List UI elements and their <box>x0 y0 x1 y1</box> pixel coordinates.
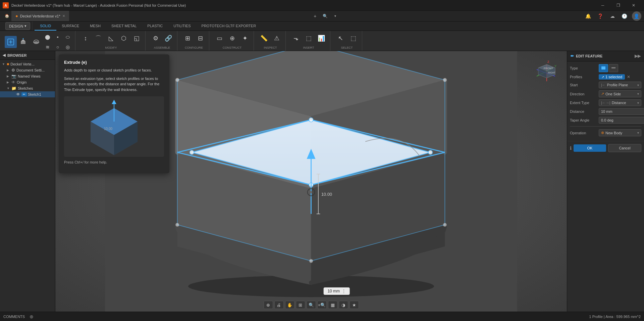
hole-button[interactable]: ⬤ <box>43 32 52 42</box>
direction-dropdown[interactable]: ↗ One Side ▾ <box>599 90 641 97</box>
tree-item-named-views[interactable]: ▶ 📷 Named Views <box>0 73 55 79</box>
tab-utilities[interactable]: UTILITIES <box>168 21 196 31</box>
orbit-button[interactable]: ⊕ <box>264 301 273 309</box>
cancel-button[interactable]: Cancel <box>608 144 641 152</box>
add-comment-button[interactable]: ⊕ <box>30 314 34 319</box>
new-tab-button[interactable]: + <box>310 11 320 21</box>
profiles-clear-button[interactable]: ✕ <box>627 75 630 79</box>
box-button[interactable]: ▪ <box>53 32 62 42</box>
modify-group: ↕ ⌒ ◺ ⬡ ◱ MODIFY <box>77 31 146 51</box>
distance-input[interactable] <box>599 108 644 115</box>
extent-type-dropdown-icon: ▾ <box>637 101 639 105</box>
tree-item-sketches[interactable]: ▼ 📁 Sketches <box>0 85 55 91</box>
profiles-value: 1 selected <box>605 75 622 79</box>
start-dropdown[interactable]: |← Profile Plane ▾ <box>599 82 641 88</box>
insert-mesh-button[interactable]: ⬚ <box>303 32 315 44</box>
display-mode-button[interactable]: ▦ <box>328 301 337 309</box>
activity-button[interactable]: 🕐 <box>620 11 629 21</box>
panel-collapse-button[interactable]: ▶▶ <box>635 54 641 58</box>
distance-more-icon[interactable]: ⋮ <box>342 289 346 293</box>
minimize-button[interactable]: ─ <box>595 0 610 11</box>
profiles-badge: ↗ 1 selected <box>599 74 625 80</box>
tree-item-doc-settings[interactable]: ▶ ⚙ Document Setti... <box>0 67 55 73</box>
view-cube[interactable]: Z Y FRONT RIGHT <box>533 58 560 85</box>
svg-rect-61 <box>601 67 605 70</box>
configure-model-button[interactable]: ⊞ <box>181 32 194 44</box>
thin-type-button[interactable] <box>609 64 618 72</box>
ok-button[interactable]: OK <box>574 144 606 152</box>
browser-collapse-icon[interactable]: ◀ <box>3 53 5 57</box>
info-icon[interactable]: ℹ <box>570 145 572 151</box>
start-value: Profile Plane <box>607 83 628 87</box>
new-component-button[interactable] <box>5 36 17 48</box>
tab-surface[interactable]: SURFACE <box>56 21 85 31</box>
tree-item-sketch1[interactable]: 👁 ✏ Sketch1 <box>0 91 55 97</box>
zoom-in-button[interactable]: +🔍 <box>317 301 327 309</box>
operation-dropdown[interactable]: ⊕ New Body ▾ <box>599 129 641 136</box>
interference-button[interactable]: ⚠ <box>271 32 283 44</box>
print-button[interactable]: 🖨 <box>274 301 284 309</box>
axis-button[interactable]: ⊕ <box>226 32 238 44</box>
design-label: DESIGN <box>9 24 23 28</box>
document-tab[interactable]: ● Deckel Verteilerdose v1* ✕ <box>11 11 69 21</box>
extent-type-dropdown[interactable]: |←→| Distance ▾ <box>599 99 641 106</box>
draft-button[interactable]: ◱ <box>130 32 143 44</box>
home-icon[interactable]: 🏠 <box>5 14 9 18</box>
thread-button[interactable]: ≋ <box>43 42 52 52</box>
tooltip-illustration: 10.00 <box>64 96 164 157</box>
torus-button[interactable]: ◎ <box>63 42 72 52</box>
cloud-button[interactable]: ☁ <box>608 11 617 21</box>
restore-button[interactable]: ❐ <box>610 0 626 11</box>
measure-button[interactable]: 📏 <box>258 32 270 44</box>
visual-style-button[interactable]: ◑ <box>339 301 348 309</box>
joint-button[interactable]: ⚙ <box>150 32 162 44</box>
fillet-button[interactable]: ⌒ <box>92 32 104 44</box>
extent-type-label: Extent Type <box>570 101 597 105</box>
operation-row: Operation ⊕ New Body ▾ <box>570 129 641 136</box>
pan-button[interactable]: ✋ <box>285 301 294 309</box>
extrude-button[interactable] <box>17 36 30 48</box>
chevron-right-icon-2: ▶ <box>7 75 10 78</box>
chamfer-button[interactable]: ◺ <box>105 32 117 44</box>
tree-item-origin[interactable]: ▶ 👁 Origin <box>0 79 55 85</box>
tab-close-button[interactable]: ✕ <box>62 14 65 18</box>
tab-mesh[interactable]: MESH <box>85 21 106 31</box>
zoom-fit-button[interactable]: ⊞ <box>296 301 305 309</box>
revolve-button[interactable] <box>30 36 42 48</box>
cylinder-button[interactable]: ⬭ <box>63 32 72 42</box>
distance-label: Distance <box>570 109 597 113</box>
shell-button[interactable]: ⬡ <box>118 32 130 44</box>
insert-svg-button[interactable]: 📊 <box>315 32 327 44</box>
tab-menu-button[interactable]: ▾ <box>330 11 340 21</box>
insert-derive-button[interactable]: ⬎ <box>290 32 302 44</box>
tree-item-root[interactable]: ▼ ■ Deckel Verte... <box>0 61 55 67</box>
zoom-button[interactable]: 🔍 <box>307 301 316 309</box>
close-button[interactable]: ✕ <box>626 0 641 11</box>
start-dropdown-icon: ▾ <box>637 83 639 87</box>
point-button[interactable]: ✦ <box>239 32 251 44</box>
svg-point-41 <box>443 223 447 227</box>
help-button[interactable]: ❓ <box>596 11 605 21</box>
sphere-button[interactable]: ○ <box>53 42 62 52</box>
notifications-button[interactable]: 🔔 <box>584 11 593 21</box>
rigid-group-button[interactable]: 🔗 <box>162 32 174 44</box>
offset-plane-button[interactable]: ▭ <box>213 32 225 44</box>
select-all-button[interactable]: ⬚ <box>347 32 359 44</box>
design-button[interactable]: DESIGN ▾ <box>5 22 30 30</box>
svg-text:RIGHT: RIGHT <box>548 72 556 74</box>
tab-prototech[interactable]: PROTOTECH GLTF EXPORTER <box>196 21 262 31</box>
solid-type-button[interactable] <box>599 64 608 72</box>
effects-button[interactable]: ★ <box>350 301 359 309</box>
tab-plastic[interactable]: PLASTIC <box>142 21 168 31</box>
user-avatar[interactable]: 👤 <box>632 11 641 21</box>
press-pull-button[interactable]: ↕ <box>79 32 92 44</box>
svg-point-37 <box>175 78 179 82</box>
select-button[interactable]: ↖ <box>334 32 346 44</box>
search-tab-button[interactable]: 🔍 <box>320 11 330 21</box>
tree-label-named-views: Named Views <box>18 74 53 78</box>
viewport[interactable]: 10.00 Extrude (e) Adds depth to open or … <box>55 51 567 312</box>
tab-solid[interactable]: SOLID <box>35 21 56 31</box>
configure-params-button[interactable]: ⊟ <box>194 32 206 44</box>
tab-sheet-metal[interactable]: SHEET METAL <box>106 21 142 31</box>
taper-input[interactable] <box>599 117 644 124</box>
